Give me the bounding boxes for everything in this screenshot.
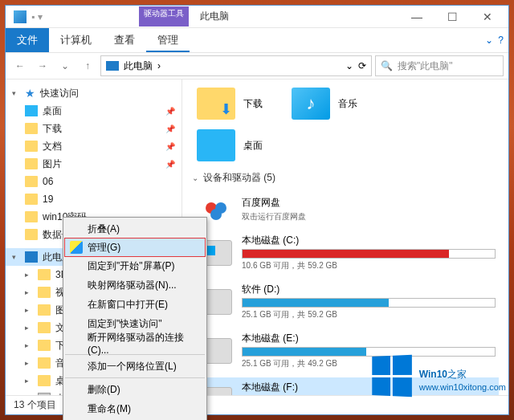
app-icon bbox=[14, 10, 27, 23]
folder-icon bbox=[38, 357, 51, 369]
address-input[interactable]: 此电脑 › ⌄ ⟳ bbox=[100, 55, 372, 76]
drive-name: 本地磁盘 (C:) bbox=[242, 234, 496, 247]
folder-icon bbox=[25, 141, 38, 152]
minimize-button[interactable]: — bbox=[399, 6, 434, 28]
drive-sub: 25.1 GB 可用，共 59.2 GB bbox=[242, 309, 496, 320]
tree-item[interactable]: 06 bbox=[6, 173, 182, 190]
folder-downloads[interactable]: 下载 bbox=[197, 88, 263, 120]
window-title: 此电脑 bbox=[192, 6, 237, 27]
folder-icon bbox=[25, 229, 38, 240]
close-button[interactable]: ✕ bbox=[470, 6, 505, 28]
quick-access-toolbar[interactable]: ▪ ▾ bbox=[31, 11, 43, 22]
desktop-icon bbox=[197, 129, 235, 161]
help-icon[interactable]: ? bbox=[498, 35, 504, 46]
folder-icon bbox=[25, 123, 38, 134]
drive-item[interactable]: 百度网盘双击运行百度网盘 bbox=[197, 193, 499, 226]
breadcrumb[interactable]: 此电脑 bbox=[124, 59, 153, 73]
folder-icon bbox=[38, 304, 51, 316]
drive-item[interactable]: 本地磁盘 (C:)10.6 GB 可用，共 59.2 GB bbox=[197, 230, 499, 275]
folder-desktop[interactable]: 桌面 bbox=[197, 129, 263, 161]
status-count: 13 个项目 bbox=[14, 398, 56, 412]
downloads-icon bbox=[197, 88, 235, 120]
tree-item[interactable]: 下载📌 bbox=[6, 120, 182, 137]
titlebar: ▪ ▾ 驱动器工具 此电脑 — ☐ ✕ bbox=[6, 6, 508, 28]
up-button[interactable]: ↑ bbox=[78, 56, 97, 75]
folder-icon bbox=[38, 322, 51, 333]
drive-sub: 双击运行百度网盘 bbox=[242, 211, 496, 222]
capacity-bar bbox=[242, 249, 496, 259]
pin-icon: 📌 bbox=[165, 107, 175, 116]
folder-icon bbox=[25, 176, 38, 187]
folder-icon bbox=[25, 158, 38, 169]
folder-music[interactable]: 音乐 bbox=[292, 88, 357, 120]
search-icon: 🔍 bbox=[381, 60, 393, 71]
ribbon-tab-view[interactable]: 查看 bbox=[103, 28, 146, 52]
drive-item[interactable]: 软件 (D:)25.1 GB 可用，共 59.2 GB bbox=[197, 279, 499, 324]
context-menu[interactable]: 折叠(A)管理(G)固定到"开始"屏幕(P)映射网络驱动器(N)...在新窗口中… bbox=[63, 217, 207, 420]
refresh-button[interactable]: ⟳ bbox=[358, 60, 366, 71]
back-button[interactable]: ← bbox=[10, 56, 30, 75]
drive-name: 本地磁盘 (E:) bbox=[242, 332, 496, 345]
menu-item[interactable]: 删除(D) bbox=[65, 380, 205, 399]
pc-icon bbox=[25, 251, 38, 263]
menu-item[interactable]: 折叠(A) bbox=[65, 219, 205, 239]
pin-icon: 📌 bbox=[165, 160, 175, 169]
folder-icon bbox=[25, 194, 38, 205]
ribbon-tab-manage[interactable]: 管理 bbox=[146, 28, 190, 52]
pin-icon: 📌 bbox=[165, 124, 175, 133]
svg-point-2 bbox=[210, 209, 222, 220]
folder-icon bbox=[25, 211, 38, 222]
pin-icon: 📌 bbox=[165, 142, 175, 151]
search-placeholder: 搜索"此电脑" bbox=[398, 59, 453, 73]
pc-icon bbox=[106, 61, 119, 71]
drive-name: 软件 (D:) bbox=[242, 283, 496, 296]
menu-item[interactable]: 添加一个网络位置(L) bbox=[65, 357, 205, 376]
drive-sub: 10.6 GB 可用，共 59.2 GB bbox=[242, 260, 496, 271]
file-tab[interactable]: 文件 bbox=[6, 28, 49, 52]
dropdown-icon[interactable]: ⌄ bbox=[345, 60, 353, 71]
watermark: Win10之家 www.win10xitong.com bbox=[371, 356, 506, 396]
content-pane[interactable]: 下载 音乐 桌面 ⌄设备和驱动器 (5) 百度网盘双击运行百度网盘本地磁盘 (C… bbox=[182, 80, 508, 395]
drive-name: 百度网盘 bbox=[242, 196, 496, 210]
menu-item[interactable]: 断开网络驱动器的连接(C)... bbox=[65, 333, 205, 353]
breadcrumb-sep: › bbox=[157, 60, 161, 71]
ribbon-tab-computer[interactable]: 计算机 bbox=[49, 28, 103, 52]
maximize-button[interactable]: ☐ bbox=[434, 6, 470, 28]
recent-dropdown[interactable]: ⌄ bbox=[55, 56, 75, 75]
folder-icon bbox=[38, 340, 51, 351]
folder-icon bbox=[38, 287, 51, 298]
tree-quick-access[interactable]: ▾★ 快速访问 bbox=[6, 84, 182, 102]
context-tab: 驱动器工具 bbox=[139, 6, 189, 27]
music-icon bbox=[292, 88, 330, 120]
menu-item[interactable]: 管理(G) bbox=[64, 238, 206, 257]
star-icon: ★ bbox=[25, 87, 35, 100]
ribbon: 文件 计算机 查看 管理 ⌄ ? bbox=[6, 28, 508, 52]
tree-item[interactable]: 图片📌 bbox=[6, 155, 182, 173]
tree-item[interactable]: 19 bbox=[6, 190, 182, 208]
menu-item[interactable]: 在新窗口中打开(E) bbox=[65, 295, 205, 314]
tree-item[interactable]: 文档📌 bbox=[6, 137, 182, 155]
search-input[interactable]: 🔍 搜索"此电脑" bbox=[375, 55, 504, 76]
tree-item[interactable]: 桌面📌 bbox=[6, 102, 182, 120]
forward-button[interactable]: → bbox=[33, 56, 52, 75]
capacity-bar bbox=[242, 298, 496, 308]
address-bar: ← → ⌄ ↑ 此电脑 › ⌄ ⟳ 🔍 搜索"此电脑" bbox=[6, 52, 508, 80]
ribbon-expand-icon[interactable]: ⌄ bbox=[485, 35, 493, 46]
shield-icon bbox=[70, 241, 83, 254]
folder-icon bbox=[38, 375, 51, 386]
menu-item[interactable]: 固定到"开始"屏幕(P) bbox=[65, 256, 205, 275]
desktop-icon bbox=[25, 105, 38, 116]
chevron-down-icon: ⌄ bbox=[192, 173, 198, 182]
windows-logo-icon bbox=[372, 355, 412, 397]
folder-icon bbox=[38, 269, 51, 280]
menu-item[interactable]: 映射网络驱动器(N)... bbox=[65, 275, 205, 295]
section-devices[interactable]: ⌄设备和驱动器 (5) bbox=[192, 171, 499, 185]
menu-item[interactable]: 重命名(M) bbox=[65, 399, 205, 418]
